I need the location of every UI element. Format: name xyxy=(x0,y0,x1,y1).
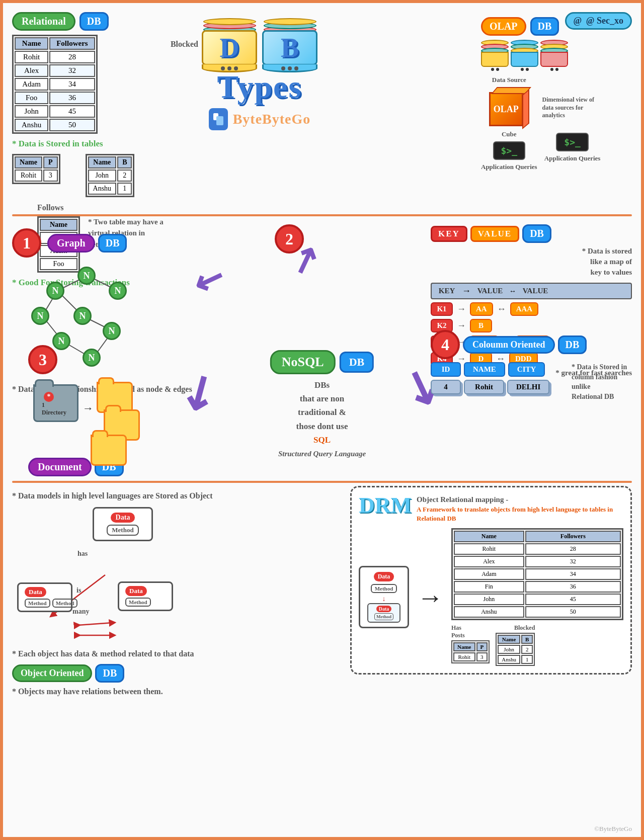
olap-left: Data Source OLAP Cube $>_ Application Qu… xyxy=(481,76,537,171)
table-row: Anshu50 xyxy=(15,119,95,131)
obj-note3: * Objects may have relations between the… xyxy=(12,686,249,698)
kv-col-key: KEY xyxy=(436,287,458,295)
orm-sub-box: Data Method xyxy=(367,603,400,623)
types-title: Types xyxy=(174,71,345,103)
col-header-row: 4 Coloumn Oriented DB xyxy=(431,330,632,359)
orm-blocked-label: Blocked xyxy=(496,624,535,632)
kv-arr2: → xyxy=(457,320,466,331)
col-id-cell: 4 xyxy=(431,380,461,394)
svg-rect-1 xyxy=(216,116,223,125)
column-section: 4 Coloumn Oriented DB ID NAME CITY 4 xyxy=(431,330,632,401)
at-symbol: @ xyxy=(574,16,582,26)
section-divider-2 xyxy=(12,481,632,483)
relational-main-table: Name Followers Rohit28 Alex32 Adam34 Foo… xyxy=(12,35,98,134)
orm-bt-name: Name xyxy=(498,635,520,644)
table-row: Anshu1 xyxy=(498,655,533,664)
nosql-badge: NoSQL xyxy=(270,350,336,374)
table-row: Adam34 xyxy=(454,568,621,580)
value-badge: VALUE xyxy=(470,226,519,242)
kv-dash1: ↔ xyxy=(509,287,516,295)
stack-3 xyxy=(540,40,568,71)
db-drums: D xyxy=(174,18,345,66)
orm-title: Object Relational mapping - xyxy=(417,494,623,505)
olap-stacks xyxy=(481,40,627,71)
nosql-desc: DBsthat are nontraditional &those dont u… xyxy=(270,378,374,460)
data-label-right: Data xyxy=(125,586,147,596)
orm-col-name: Name xyxy=(454,531,524,542)
drum-d: D xyxy=(202,18,257,66)
bytebyego-text: ByteByteGo xyxy=(233,111,311,127)
watermark: ©ByteByteGo xyxy=(594,825,632,833)
table-row: Adam34 xyxy=(15,78,95,91)
yellow-file-3 xyxy=(91,435,127,466)
many-label: many xyxy=(72,608,89,616)
blocked-label: Blocked xyxy=(171,40,198,49)
stack-2 xyxy=(511,40,538,71)
orm-posts-table: Name P Rohit3 xyxy=(451,640,490,663)
data-label-left: Data xyxy=(25,587,46,597)
orm-has-label: HasPosts xyxy=(451,624,490,639)
table-row: Rohit3 xyxy=(453,652,488,661)
col-name: Name xyxy=(15,156,42,169)
follows-label: Follows xyxy=(37,203,168,212)
nosql-badge-row: NoSQL DB xyxy=(270,350,374,374)
doc-badge: Document xyxy=(28,458,92,476)
col-db-badge: DB xyxy=(558,335,587,354)
orm-blocked: Blocked Name B John2 Anshu1 xyxy=(496,624,535,666)
col-table-area: ID NAME CITY 4 Rohit xyxy=(431,362,568,394)
page-background: @ @ Sec_xo D xyxy=(3,3,641,837)
col-headers: ID NAME CITY xyxy=(431,362,568,377)
node-3: N xyxy=(109,282,127,300)
terminal-2: $>_ xyxy=(556,133,589,151)
cell-delhi: DELHI xyxy=(507,380,549,394)
blocked-table: Name B John2 Anshu1 xyxy=(86,154,135,197)
number-4: 4 xyxy=(431,330,460,359)
orm-badge: DRM xyxy=(359,494,412,517)
orm-data-label: Data xyxy=(374,572,394,581)
col-content: ID NAME CITY 4 Rohit xyxy=(431,362,632,401)
method-label-left1: Method xyxy=(25,599,50,608)
col-data-row: 4 Rohit DELHI xyxy=(431,380,568,394)
table-row: John2 xyxy=(88,170,132,182)
is-label: is xyxy=(76,586,81,595)
node-5: N xyxy=(73,307,92,325)
table-row: Fin36 xyxy=(454,581,621,593)
obj-badge: Object Oriented xyxy=(12,664,92,682)
kv-header: KEY VALUE DB xyxy=(431,224,632,243)
sql-full: Structured Query Language xyxy=(278,450,366,458)
handle-text: @ Sec_xo xyxy=(586,16,623,26)
orm-col-followers: Followers xyxy=(525,531,621,542)
orm-has-posts: HasPosts Name P Rohit3 xyxy=(451,624,490,663)
table-row: Alex32 xyxy=(15,64,95,77)
olap-section: OLAP DB xyxy=(481,17,627,171)
table-row: Rohit28 xyxy=(15,51,95,63)
graph-header: 1 Graph DB xyxy=(12,228,203,258)
blue-folder: * 1Directory xyxy=(33,384,78,422)
obj-box-top: Data Method xyxy=(93,507,153,541)
section-divider-1 xyxy=(12,214,632,216)
col-badge: Coloumn Oriented xyxy=(463,336,555,354)
svg-line-11 xyxy=(77,623,113,625)
col-city: CITY xyxy=(508,362,545,377)
method-label-right: Method xyxy=(125,598,151,607)
kv-col-value1: VALUE xyxy=(475,287,505,295)
object-section: * Data models in high level languages ar… xyxy=(12,490,249,698)
col-name: Name xyxy=(88,156,117,169)
terminal-1: $>_ xyxy=(493,141,526,160)
orm-desc: A Framework to translate objects from hi… xyxy=(417,505,623,523)
drum-b: B xyxy=(262,18,317,66)
olap-cube: OLAP xyxy=(489,87,529,127)
obj-db-badge: DB xyxy=(95,664,124,683)
number-1: 1 xyxy=(12,228,41,258)
method-label-left2: Method xyxy=(52,599,78,608)
obj-note1: * Data models in high level languages ar… xyxy=(12,490,249,502)
folder-arrow: → xyxy=(83,402,94,415)
kv-col-value2: VALUE xyxy=(520,287,550,295)
orm-bt-b: B xyxy=(521,635,533,644)
olap-right: Dimensional view of data sources for ana… xyxy=(542,96,603,162)
kv-dash1: ↔ xyxy=(497,304,506,314)
orm-method-label: Method xyxy=(371,584,397,593)
bytebyego-icon xyxy=(209,108,228,130)
db-title-area: D xyxy=(174,18,345,130)
posts-table: Name P Rohit3 xyxy=(12,154,60,184)
